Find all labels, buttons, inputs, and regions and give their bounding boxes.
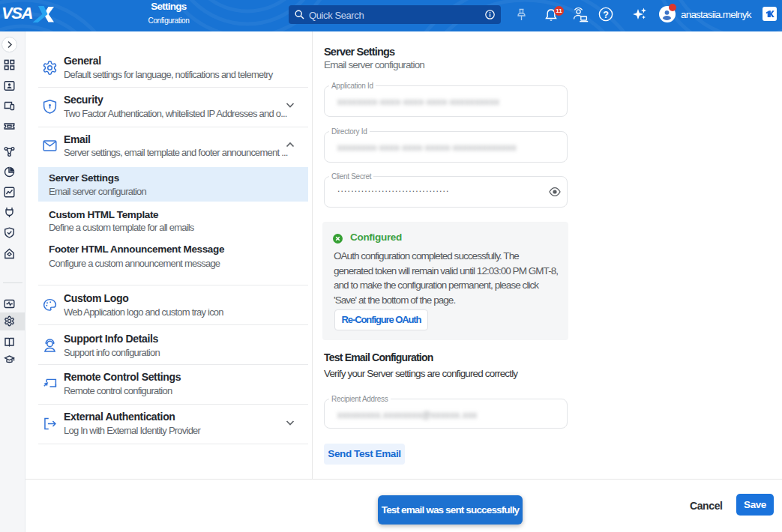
svg-text:?: ? xyxy=(603,10,609,20)
svg-text:VSA: VSA xyxy=(1,4,33,22)
